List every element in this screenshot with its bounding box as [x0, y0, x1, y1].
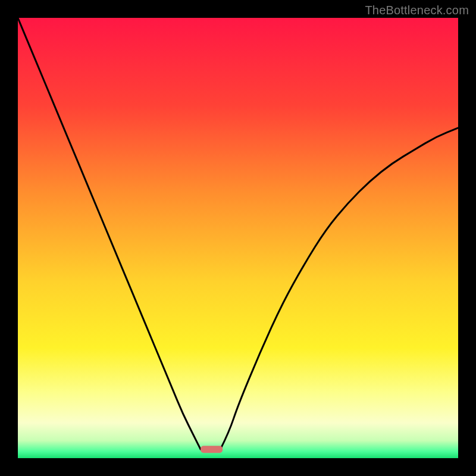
- optimum-marker: [201, 446, 223, 453]
- chart-frame: [18, 18, 458, 458]
- watermark-text: TheBottleneck.com: [365, 4, 469, 17]
- gradient-background: [18, 18, 458, 458]
- bottleneck-chart: [18, 18, 458, 458]
